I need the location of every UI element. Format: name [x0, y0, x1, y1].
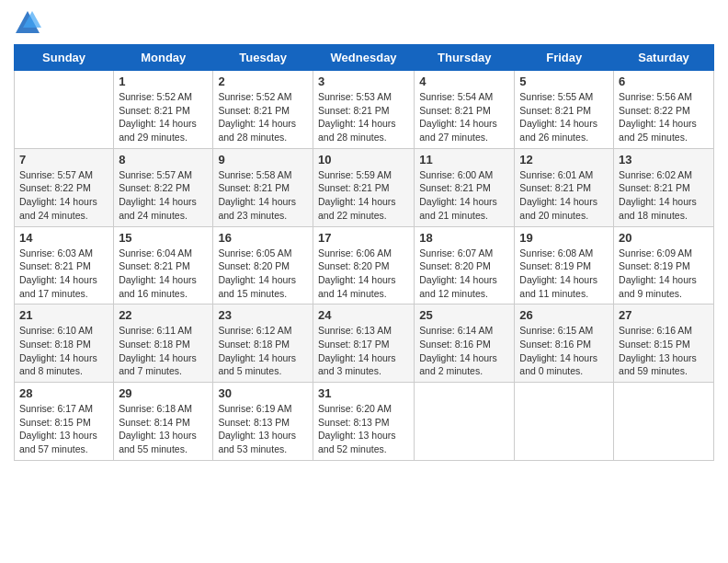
day-cell: 23Sunrise: 6:12 AM Sunset: 8:18 PM Dayli… [213, 304, 313, 383]
day-number: 12 [519, 153, 609, 167]
day-number: 26 [519, 308, 609, 322]
day-cell: 3Sunrise: 5:53 AM Sunset: 8:21 PM Daylig… [313, 71, 414, 149]
day-cell: 20Sunrise: 6:09 AM Sunset: 8:19 PM Dayli… [614, 226, 714, 304]
day-cell: 12Sunrise: 6:01 AM Sunset: 8:21 PM Dayli… [515, 148, 614, 226]
day-cell: 22Sunrise: 6:11 AM Sunset: 8:18 PM Dayli… [114, 304, 213, 383]
day-number: 6 [619, 75, 709, 88]
day-cell: 13Sunrise: 6:02 AM Sunset: 8:21 PM Dayli… [614, 148, 714, 226]
day-cell: 11Sunrise: 6:00 AM Sunset: 8:21 PM Dayli… [415, 148, 515, 226]
day-cell: 9Sunrise: 5:58 AM Sunset: 8:21 PM Daylig… [213, 148, 313, 226]
day-info: Sunrise: 6:14 AM Sunset: 8:16 PM Dayligh… [419, 324, 509, 378]
day-info: Sunrise: 5:52 AM Sunset: 8:21 PM Dayligh… [119, 90, 208, 144]
day-number: 14 [19, 231, 108, 245]
day-number: 5 [519, 75, 609, 88]
day-info: Sunrise: 5:57 AM Sunset: 8:22 PM Dayligh… [119, 168, 208, 223]
day-number: 3 [318, 75, 409, 88]
header-cell-friday: Friday [515, 45, 614, 71]
day-info: Sunrise: 5:54 AM Sunset: 8:21 PM Dayligh… [419, 90, 509, 144]
day-number: 31 [318, 386, 409, 400]
day-cell: 8Sunrise: 5:57 AM Sunset: 8:22 PM Daylig… [114, 148, 213, 226]
day-cell: 30Sunrise: 6:19 AM Sunset: 8:13 PM Dayli… [213, 383, 313, 461]
logo-icon [14, 9, 41, 37]
day-cell: 7Sunrise: 5:57 AM Sunset: 8:22 PM Daylig… [15, 148, 114, 226]
day-cell [15, 71, 114, 149]
day-info: Sunrise: 5:52 AM Sunset: 8:21 PM Dayligh… [218, 90, 308, 144]
day-info: Sunrise: 6:20 AM Sunset: 8:13 PM Dayligh… [318, 402, 409, 456]
day-cell: 6Sunrise: 5:56 AM Sunset: 8:22 PM Daylig… [614, 71, 714, 149]
day-cell: 5Sunrise: 5:55 AM Sunset: 8:21 PM Daylig… [515, 71, 614, 149]
calendar-table: SundayMondayTuesdayWednesdayThursdayFrid… [14, 44, 714, 461]
day-info: Sunrise: 6:11 AM Sunset: 8:18 PM Dayligh… [119, 324, 208, 378]
day-cell [614, 383, 714, 461]
day-cell: 26Sunrise: 6:15 AM Sunset: 8:16 PM Dayli… [515, 304, 614, 383]
day-info: Sunrise: 5:59 AM Sunset: 8:21 PM Dayligh… [318, 168, 409, 223]
day-number: 11 [419, 153, 509, 167]
day-cell: 1Sunrise: 5:52 AM Sunset: 8:21 PM Daylig… [114, 71, 213, 149]
day-number: 16 [218, 231, 308, 245]
day-cell: 4Sunrise: 5:54 AM Sunset: 8:21 PM Daylig… [415, 71, 515, 149]
day-number: 4 [419, 75, 509, 88]
day-info: Sunrise: 6:07 AM Sunset: 8:20 PM Dayligh… [419, 247, 509, 301]
day-cell: 27Sunrise: 6:16 AM Sunset: 8:15 PM Dayli… [614, 304, 714, 383]
day-info: Sunrise: 6:18 AM Sunset: 8:14 PM Dayligh… [119, 402, 208, 456]
header-cell-saturday: Saturday [614, 45, 714, 71]
header-cell-monday: Monday [114, 45, 213, 71]
day-number: 28 [19, 386, 108, 400]
day-number: 15 [119, 231, 208, 245]
day-cell: 2Sunrise: 5:52 AM Sunset: 8:21 PM Daylig… [213, 71, 313, 149]
day-number: 21 [19, 308, 108, 322]
day-number: 18 [419, 231, 509, 245]
day-cell: 21Sunrise: 6:10 AM Sunset: 8:18 PM Dayli… [15, 304, 114, 383]
day-cell: 17Sunrise: 6:06 AM Sunset: 8:20 PM Dayli… [313, 226, 414, 304]
day-info: Sunrise: 6:09 AM Sunset: 8:19 PM Dayligh… [619, 247, 709, 301]
header [14, 9, 714, 37]
day-cell: 29Sunrise: 6:18 AM Sunset: 8:14 PM Dayli… [114, 383, 213, 461]
day-number: 8 [119, 153, 208, 167]
calendar-header-row: SundayMondayTuesdayWednesdayThursdayFrid… [15, 45, 714, 71]
header-cell-wednesday: Wednesday [313, 45, 414, 71]
day-number: 17 [318, 231, 409, 245]
header-cell-thursday: Thursday [415, 45, 515, 71]
day-info: Sunrise: 6:03 AM Sunset: 8:21 PM Dayligh… [19, 247, 108, 301]
day-info: Sunrise: 6:00 AM Sunset: 8:21 PM Dayligh… [419, 168, 509, 223]
header-cell-sunday: Sunday [15, 45, 114, 71]
day-cell: 24Sunrise: 6:13 AM Sunset: 8:17 PM Dayli… [313, 304, 414, 383]
day-number: 27 [619, 308, 709, 322]
day-info: Sunrise: 6:15 AM Sunset: 8:16 PM Dayligh… [519, 324, 609, 378]
day-info: Sunrise: 6:06 AM Sunset: 8:20 PM Dayligh… [318, 247, 409, 301]
day-info: Sunrise: 6:01 AM Sunset: 8:21 PM Dayligh… [519, 168, 609, 223]
calendar-body: 1Sunrise: 5:52 AM Sunset: 8:21 PM Daylig… [15, 71, 714, 461]
day-number: 1 [119, 75, 208, 88]
logo [14, 9, 45, 37]
day-cell: 31Sunrise: 6:20 AM Sunset: 8:13 PM Dayli… [313, 383, 414, 461]
day-cell: 10Sunrise: 5:59 AM Sunset: 8:21 PM Dayli… [313, 148, 414, 226]
day-info: Sunrise: 6:17 AM Sunset: 8:15 PM Dayligh… [19, 402, 108, 456]
day-info: Sunrise: 6:13 AM Sunset: 8:17 PM Dayligh… [318, 324, 409, 378]
day-number: 30 [218, 386, 308, 400]
day-info: Sunrise: 6:04 AM Sunset: 8:21 PM Dayligh… [119, 247, 208, 301]
day-number: 23 [218, 308, 308, 322]
day-number: 2 [218, 75, 308, 88]
day-number: 20 [619, 231, 709, 245]
day-info: Sunrise: 5:58 AM Sunset: 8:21 PM Dayligh… [218, 168, 308, 223]
day-info: Sunrise: 5:53 AM Sunset: 8:21 PM Dayligh… [318, 90, 409, 144]
day-info: Sunrise: 6:10 AM Sunset: 8:18 PM Dayligh… [19, 324, 108, 378]
day-number: 7 [19, 153, 108, 167]
day-number: 10 [318, 153, 409, 167]
day-number: 9 [218, 153, 308, 167]
header-cell-tuesday: Tuesday [213, 45, 313, 71]
day-cell: 19Sunrise: 6:08 AM Sunset: 8:19 PM Dayli… [515, 226, 614, 304]
day-number: 22 [119, 308, 208, 322]
day-info: Sunrise: 6:12 AM Sunset: 8:18 PM Dayligh… [218, 324, 308, 378]
day-info: Sunrise: 6:05 AM Sunset: 8:20 PM Dayligh… [218, 247, 308, 301]
day-info: Sunrise: 6:02 AM Sunset: 8:21 PM Dayligh… [619, 168, 709, 223]
day-cell: 25Sunrise: 6:14 AM Sunset: 8:16 PM Dayli… [415, 304, 515, 383]
week-row-4: 21Sunrise: 6:10 AM Sunset: 8:18 PM Dayli… [15, 304, 714, 383]
week-row-2: 7Sunrise: 5:57 AM Sunset: 8:22 PM Daylig… [15, 148, 714, 226]
day-cell: 14Sunrise: 6:03 AM Sunset: 8:21 PM Dayli… [15, 226, 114, 304]
week-row-3: 14Sunrise: 6:03 AM Sunset: 8:21 PM Dayli… [15, 226, 714, 304]
week-row-1: 1Sunrise: 5:52 AM Sunset: 8:21 PM Daylig… [15, 71, 714, 149]
day-cell: 16Sunrise: 6:05 AM Sunset: 8:20 PM Dayli… [213, 226, 313, 304]
day-cell: 28Sunrise: 6:17 AM Sunset: 8:15 PM Dayli… [15, 383, 114, 461]
day-info: Sunrise: 6:19 AM Sunset: 8:13 PM Dayligh… [218, 402, 308, 456]
